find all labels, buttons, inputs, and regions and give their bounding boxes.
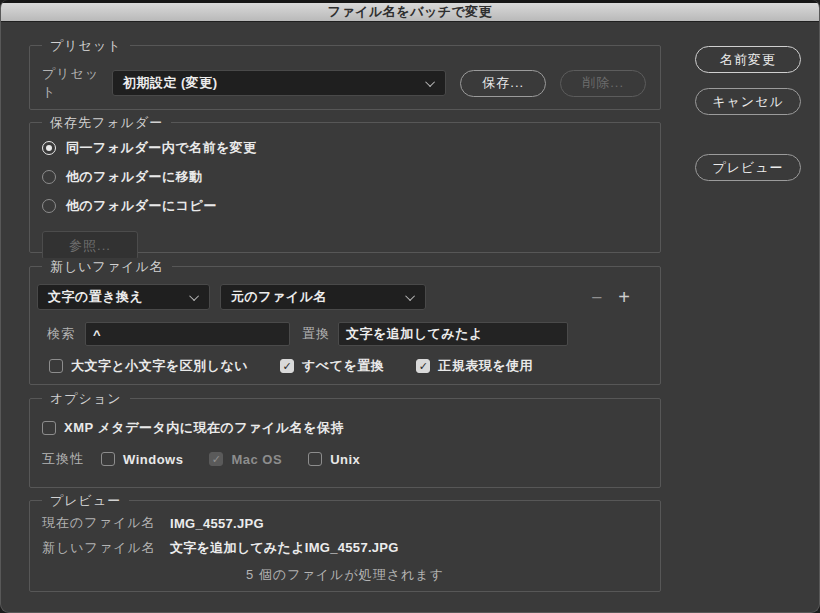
destination-section: 保存先フォルダー 同一フォルダー内で名前を変更 他のフォルダーに移動 他のフォル… [29, 122, 661, 253]
search-input[interactable]: ^ [85, 322, 290, 346]
radio-move-to-other-folder[interactable]: 他のフォルダーに移動 [42, 168, 648, 186]
checkbox-windows[interactable]: Windows [101, 452, 183, 467]
new-filename-section: 新しいファイル名 文字の置き換え 元のファイル名 − + 検索 ^ 置換 文字を… [29, 266, 661, 385]
preset-dropdown[interactable]: 初期設定 (変更) [112, 70, 446, 96]
compatibility-label: 互換性 [42, 450, 84, 468]
options-section: オプション XMP メタデータ内に現在のファイル名を保持 互換性 Windows… [29, 398, 661, 488]
source-dropdown-value: 元のファイル名 [231, 288, 327, 306]
radio-label: 他のフォルダーに移動 [66, 168, 203, 186]
checkbox-icon[interactable] [42, 421, 56, 435]
current-filename-label: 現在のファイル名 [42, 514, 170, 532]
title-bar[interactable]: ファイル名をバッチで変更 [1, 3, 819, 22]
add-row-icon[interactable]: + [618, 287, 630, 307]
delete-preset-button: 削除... [560, 70, 646, 97]
checkbox-label: すべてを置換 [302, 357, 384, 375]
chevron-down-icon [425, 77, 435, 87]
preview-legend: プレビュー [42, 492, 129, 510]
operation-dropdown-value: 文字の置き換え [48, 288, 143, 306]
checkbox-checked-icon[interactable]: ✓ [416, 359, 430, 373]
search-label: 検索 [47, 325, 75, 343]
checkbox-checked-disabled-icon: ✓ [209, 452, 223, 466]
save-preset-button[interactable]: 保存... [460, 70, 546, 97]
checkbox-label: 正規表現を使用 [438, 357, 533, 375]
preset-legend: プリセット [42, 37, 130, 55]
remove-row-icon[interactable]: − [591, 288, 602, 307]
batch-rename-dialog: ファイル名をバッチで変更 プリセット プリセット 初期設定 (変更) 保存...… [0, 0, 820, 613]
checkbox-icon[interactable] [101, 452, 115, 466]
cancel-button[interactable]: キャンセル [695, 88, 801, 115]
checkbox-label: XMP メタデータ内に現在のファイル名を保持 [64, 419, 344, 437]
dialog-title: ファイル名をバッチで変更 [328, 3, 493, 21]
replace-input[interactable]: 文字を追加してみたよ [338, 322, 568, 346]
files-processed-summary: 5 個のファイルが処理されます [42, 564, 648, 584]
radio-label: 同一フォルダー内で名前を変更 [66, 139, 257, 157]
options-legend: オプション [42, 390, 130, 408]
checkbox-replace-all[interactable]: ✓ すべてを置換 [280, 357, 384, 375]
radio-copy-to-other-folder[interactable]: 他のフォルダーにコピー [42, 197, 648, 215]
radio-label: 他のフォルダーにコピー [66, 197, 217, 215]
new-filename-legend: 新しいファイル名 [42, 258, 172, 276]
checkbox-icon[interactable] [308, 452, 322, 466]
checkbox-label: Mac OS [231, 452, 282, 467]
chevron-down-icon [405, 291, 415, 301]
checkbox-icon[interactable] [49, 359, 63, 373]
preset-dropdown-value: 初期設定 (変更) [123, 74, 218, 92]
new-filename-label: 新しいファイル名 [42, 539, 170, 557]
source-dropdown[interactable]: 元のファイル名 [220, 284, 426, 310]
checkbox-keep-filename-in-xmp[interactable]: XMP メタデータ内に現在のファイル名を保持 [42, 419, 648, 437]
new-filename-value: 文字を追加してみたよIMG_4557.JPG [170, 539, 399, 557]
operation-dropdown[interactable]: 文字の置き換え [37, 284, 210, 310]
radio-rename-in-same-folder[interactable]: 同一フォルダー内で名前を変更 [42, 139, 648, 157]
radio-selected-icon[interactable] [42, 141, 56, 155]
checkbox-use-regex[interactable]: ✓ 正規表現を使用 [416, 357, 533, 375]
preset-label: プリセット [42, 65, 112, 101]
replace-label: 置換 [302, 325, 330, 343]
destination-legend: 保存先フォルダー [42, 114, 171, 132]
rename-button[interactable]: 名前変更 [695, 46, 801, 73]
checkbox-label: Unix [330, 452, 360, 467]
preview-button[interactable]: プレビュー [695, 154, 801, 181]
radio-icon[interactable] [42, 199, 56, 213]
chevron-down-icon [189, 291, 199, 301]
current-filename-value: IMG_4557.JPG [170, 516, 264, 531]
checkbox-ignore-case[interactable]: 大文字と小文字を区別しない [49, 357, 248, 375]
checkbox-checked-icon[interactable]: ✓ [280, 359, 294, 373]
checkbox-label: 大文字と小文字を区別しない [71, 357, 248, 375]
radio-icon[interactable] [42, 170, 56, 184]
checkbox-label: Windows [123, 452, 183, 467]
preview-section: プレビュー 現在のファイル名 IMG_4557.JPG 新しいファイル名 文字を… [29, 500, 661, 592]
checkbox-mac-os: ✓ Mac OS [209, 452, 282, 467]
checkbox-unix[interactable]: Unix [308, 452, 360, 467]
browse-button: 参照... [42, 231, 138, 260]
preset-section: プリセット プリセット 初期設定 (変更) 保存... 削除... [29, 45, 661, 110]
